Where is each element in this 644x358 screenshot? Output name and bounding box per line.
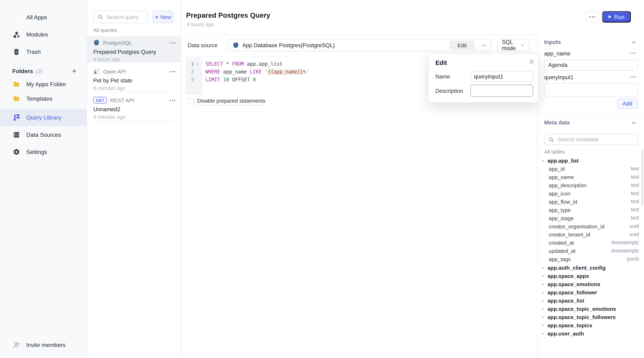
- column-name: creator_organisation_id: [542, 223, 605, 229]
- sql-code-line[interactable]: WHERE app_name LIKE '{{app_name}}%': [205, 68, 309, 76]
- query-name: Pet by Pet state: [93, 78, 175, 84]
- sidebar-item-modules[interactable]: Modules: [0, 26, 87, 43]
- column-type: text: [631, 174, 639, 180]
- table-row-collapsed[interactable]: ▸app.space_topics: [542, 321, 639, 329]
- more-menu-icon[interactable]: [170, 71, 175, 72]
- query-search-input[interactable]: [106, 13, 144, 20]
- line-number: 1: [187, 60, 194, 68]
- sidebar-item-label: Templates: [26, 95, 52, 102]
- sidebar-item-data-sources[interactable]: Data Sources: [0, 126, 87, 143]
- app-name-input[interactable]: [544, 59, 638, 71]
- column-type: text: [631, 190, 639, 196]
- table-row-collapsed[interactable]: ▸app.auth_client_config: [542, 264, 639, 272]
- sql-mode-select[interactable]: SQL mode: [497, 39, 529, 51]
- sidebar-item-label: Query Library: [26, 114, 61, 121]
- column-type: timestamptz: [612, 240, 639, 246]
- sql-mode-value: SQL mode: [502, 39, 518, 51]
- column-type: uuid: [629, 232, 639, 237]
- caret-right-icon[interactable]: ▸: [542, 323, 548, 327]
- caret-right-icon[interactable]: ▸: [542, 282, 548, 286]
- more-menu-icon[interactable]: [630, 52, 636, 54]
- caret-right-icon[interactable]: ▸: [542, 274, 548, 278]
- sql-code-line[interactable]: LIMIT 10 OFFSET 0: [205, 76, 256, 84]
- column-row[interactable]: app_flow_idtext: [542, 197, 639, 206]
- query-time: 6 minutes ago: [93, 85, 175, 91]
- chevron-up-icon[interactable]: [631, 39, 637, 45]
- table-row-expanded[interactable]: ▾ app.app_list: [542, 156, 639, 165]
- close-icon[interactable]: [528, 59, 535, 65]
- caret-right-icon[interactable]: ▸: [542, 266, 548, 270]
- search-icon: [97, 14, 103, 20]
- disable-prepared-statements-checkbox[interactable]: [187, 98, 194, 104]
- add-input-button[interactable]: Add: [617, 98, 638, 109]
- sidebar-item-templates[interactable]: Templates: [0, 91, 87, 105]
- column-row[interactable]: creator_tenant_iduuid: [542, 230, 639, 239]
- add-folder-icon[interactable]: +: [72, 67, 76, 75]
- sidebar-item-my-apps-folder[interactable]: My Apps Folder: [0, 77, 87, 91]
- sidebar-item-trash[interactable]: Trash: [0, 43, 87, 60]
- sidebar-item-query-library[interactable]: Query Library: [0, 109, 87, 126]
- edit-datasource-chip[interactable]: Edit: [450, 40, 474, 50]
- table-row-collapsed[interactable]: ▸app.space_topic_followers: [542, 313, 639, 321]
- popup-description-input[interactable]: [470, 85, 533, 97]
- page-title: Prepared Postgres Query: [186, 11, 270, 20]
- column-row[interactable]: app_descriptiontext: [542, 181, 639, 189]
- caret-right-icon[interactable]: ▸: [542, 290, 548, 294]
- caret-right-icon[interactable]: ▸: [542, 331, 548, 336]
- line-number: 3: [187, 76, 194, 84]
- table-row-collapsed[interactable]: ▸app.space_list: [542, 297, 639, 305]
- query-item-pet-by-pet-state[interactable]: Open API Pet by Pet state 6 minutes ago: [87, 65, 182, 91]
- more-menu-icon[interactable]: [630, 76, 636, 78]
- caret-down-icon[interactable]: ▾: [542, 159, 548, 163]
- caret-right-icon[interactable]: ▸: [542, 307, 548, 311]
- postgresql-icon: [232, 42, 239, 48]
- sidebar-item-all-apps[interactable]: All Apps: [0, 8, 87, 26]
- table-row-collapsed[interactable]: ▸app.space_apps: [542, 272, 639, 280]
- query-item-prepared-postgres[interactable]: PostgreSQL Prepared Postgres Query 4 hou…: [87, 36, 182, 62]
- chevron-down-icon: [520, 43, 525, 48]
- sidebar-item-label: Settings: [26, 149, 47, 155]
- query-time: 4 hours ago: [93, 57, 175, 62]
- column-row[interactable]: app_typetext: [542, 206, 639, 214]
- sidebar-item-settings[interactable]: Settings: [0, 143, 87, 160]
- column-row[interactable]: creator_organisation_iduuid: [542, 222, 639, 230]
- column-row[interactable]: app_stagetext: [542, 214, 639, 222]
- more-menu-icon[interactable]: [170, 42, 175, 43]
- column-row[interactable]: app_tagsjsonb: [542, 255, 639, 263]
- chevron-up-icon[interactable]: [631, 120, 637, 125]
- column-row[interactable]: app_nametext: [542, 173, 639, 181]
- image-placeholder-icon: [93, 68, 100, 75]
- query-item-unnamed2[interactable]: GET REST API Unnamed2 3 minutes ago: [87, 93, 182, 120]
- metadata-search-input[interactable]: [557, 136, 634, 143]
- column-row[interactable]: app_idtext: [542, 165, 639, 173]
- new-query-label: New: [160, 14, 171, 20]
- metadata-search-box[interactable]: [544, 134, 638, 145]
- sql-code-line[interactable]: SELECT * FROM app.app_list: [205, 60, 282, 68]
- run-label: Run: [614, 14, 624, 20]
- new-query-button[interactable]: + New: [153, 11, 173, 23]
- query-search-box[interactable]: [93, 11, 148, 23]
- fold-caret-icon[interactable]: ▾: [196, 62, 198, 66]
- table-row-collapsed[interactable]: ▸app.space_follower: [542, 288, 639, 297]
- table-row-collapsed[interactable]: ▸app.user_auth: [542, 329, 639, 338]
- column-row[interactable]: app_icontext: [542, 189, 639, 197]
- caret-right-icon[interactable]: ▸: [542, 315, 548, 319]
- run-button[interactable]: Run: [602, 11, 631, 22]
- data-source-select[interactable]: App Database Postgres(PostgreSQL) Edit: [228, 39, 491, 51]
- header-more-button[interactable]: [586, 11, 598, 22]
- column-type: text: [631, 215, 639, 221]
- edit-input-popup: Edit Name Description: [428, 54, 538, 103]
- invite-members-button[interactable]: Invite members: [0, 338, 87, 352]
- all-tables-label: All tables: [544, 149, 565, 155]
- table-row-collapsed[interactable]: ▸app.space_emotions: [542, 280, 639, 288]
- popup-name-input[interactable]: [470, 71, 533, 82]
- query-input1-input[interactable]: [544, 83, 638, 97]
- search-icon: [548, 136, 554, 142]
- column-row[interactable]: created_attimestamptz: [542, 239, 639, 247]
- more-menu-icon[interactable]: [170, 100, 175, 101]
- column-row[interactable]: updated_attimestamptz: [542, 247, 639, 255]
- chevron-down-icon: [481, 42, 486, 48]
- caret-right-icon[interactable]: ▸: [542, 299, 548, 303]
- table-row-collapsed[interactable]: ▸app.space_topic_emotions: [542, 305, 639, 313]
- scrollbar-thumb[interactable]: [642, 150, 643, 205]
